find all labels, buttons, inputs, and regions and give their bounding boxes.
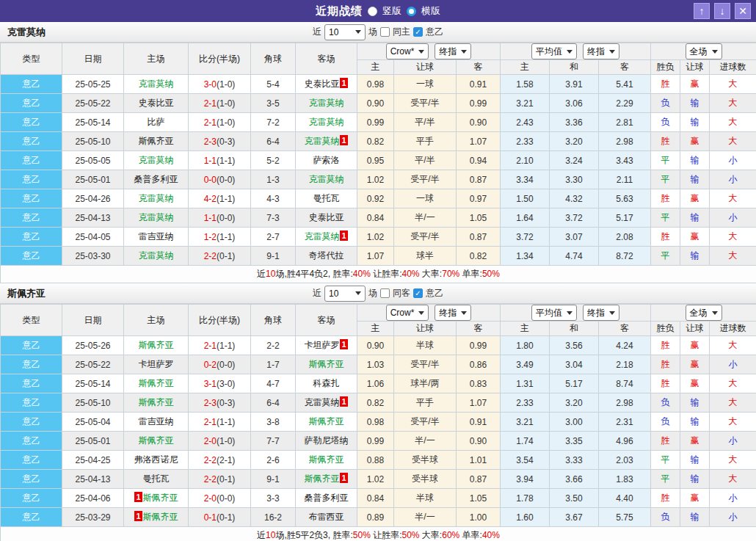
layout-vertical-label[interactable]: 竖版 <box>382 4 401 18</box>
team-link[interactable]: 斯佩齐亚 <box>139 378 174 388</box>
half-time-score: (1-0) <box>217 98 235 109</box>
team-link[interactable]: 卡坦萨罗 <box>304 340 339 350</box>
team-link[interactable]: 克雷莫纳 <box>309 117 344 127</box>
team-link[interactable]: 卡坦萨罗 <box>139 359 174 369</box>
team-link[interactable]: 奇塔代拉 <box>309 250 344 261</box>
column-header-5: 客场 <box>296 43 357 75</box>
handicap-cell: 平/半 <box>394 113 457 132</box>
avg-draw-cell: 4.32 <box>550 189 599 208</box>
layout-vertical-radio[interactable] <box>368 7 377 16</box>
team-link[interactable]: 布雷西亚 <box>309 512 344 522</box>
layout-horizontal-label[interactable]: 横版 <box>421 4 440 18</box>
league-cell: 意乙 <box>1 355 62 374</box>
team-link[interactable]: 史泰比亚 <box>309 212 344 222</box>
league-cell: 意乙 <box>1 508 62 527</box>
team-link[interactable]: 克雷莫纳 <box>139 250 174 261</box>
score-cell: 2-2(0-1) <box>189 470 251 489</box>
team-link[interactable]: 雷吉亚纳 <box>139 416 174 426</box>
team-link[interactable]: 曼托瓦 <box>143 473 170 484</box>
avg-draw-cell: 3.67 <box>550 508 599 527</box>
league-cell: 意乙 <box>1 470 62 489</box>
team-link[interactable]: 史泰比亚 <box>304 79 339 89</box>
half-time-score: (0-0) <box>217 360 235 370</box>
average-select[interactable]: 平均值 <box>531 305 577 321</box>
avg-draw-cell: 3.04 <box>550 355 599 374</box>
full-time-score: 2-0 <box>204 436 217 446</box>
result-cell: 平 <box>651 451 680 470</box>
table-row: 意乙25-04-05雷吉亚纳1-2(1-1)2-7克雷莫纳11.02受平/半0.… <box>1 228 756 247</box>
team-link[interactable]: 斯佩齐亚 <box>304 473 339 484</box>
team-link[interactable]: 萨索洛 <box>313 155 340 165</box>
team-link[interactable]: 克雷莫纳 <box>304 397 339 407</box>
team-link[interactable]: 斯佩齐亚 <box>143 493 178 503</box>
table-row: 意乙25-04-061斯佩齐亚2-0(0-0)3-3桑普多利亚0.84半球1.0… <box>1 489 756 508</box>
team-link[interactable]: 桑普多利亚 <box>305 493 349 503</box>
date-cell: 25-05-10 <box>62 393 124 413</box>
team-link[interactable]: 曼托瓦 <box>313 193 340 203</box>
avg-draw-cell: 3.35 <box>550 432 599 451</box>
team-link[interactable]: 克雷莫纳 <box>139 155 174 165</box>
table-row: 意乙25-05-14比萨2-1(1-0)7-2克雷莫纳0.99平/半0.902.… <box>1 113 756 132</box>
full-time-score: 2-1 <box>204 117 217 128</box>
team-link[interactable]: 斯佩齐亚 <box>139 340 174 350</box>
handicap-cell: 受平/半 <box>394 355 457 374</box>
average-select[interactable]: 平均值 <box>531 43 577 59</box>
recent-count-select[interactable]: 10 <box>324 24 366 40</box>
score-cell: 2-0(1-0) <box>189 432 251 451</box>
same-venue-checkbox[interactable] <box>380 27 390 37</box>
scope-select[interactable]: 全场 <box>686 43 722 59</box>
team-link[interactable]: 克雷莫纳 <box>304 136 339 146</box>
handicap-cell: 半球 <box>394 336 457 355</box>
bookmaker-select[interactable]: Crow* <box>386 43 429 59</box>
team-link[interactable]: 斯佩齐亚 <box>143 512 178 522</box>
home-odds-cell: 0.84 <box>357 489 394 508</box>
team-link[interactable]: 斯佩齐亚 <box>309 416 344 426</box>
date-cell: 25-04-13 <box>62 208 124 228</box>
team-link[interactable]: 斯佩齐亚 <box>309 454 344 465</box>
result-text: 大 <box>729 136 738 146</box>
team-link[interactable]: 萨勒尼塔纳 <box>305 435 349 446</box>
average-stage-select[interactable]: 终指 <box>583 43 619 59</box>
avg-away-cell: 2.03 <box>599 451 651 470</box>
team-link[interactable]: 桑普多利亚 <box>134 174 178 184</box>
close-button[interactable]: ✕ <box>735 3 751 19</box>
team-link[interactable]: 科森扎 <box>313 378 340 388</box>
table-row: 意乙25-05-04雷吉亚纳2-1(1-1)3-8斯佩齐亚0.98受平/半0.9… <box>1 413 756 432</box>
scope-select[interactable]: 全场 <box>686 305 722 321</box>
same-venue-checkbox[interactable] <box>380 288 390 298</box>
score-cell: 2-2(2-1) <box>189 451 251 470</box>
team-link[interactable]: 雷吉亚纳 <box>139 231 174 242</box>
layout-horizontal-radio[interactable] <box>407 7 416 16</box>
team-link[interactable]: 克雷莫纳 <box>139 79 174 89</box>
team-link[interactable]: 比萨 <box>148 117 165 127</box>
league-filter-checkbox[interactable]: ✓ <box>413 27 423 37</box>
odds-stage-select[interactable]: 终指 <box>435 305 471 321</box>
handicap-cell: 一球 <box>394 189 457 208</box>
full-time-score: 4-2 <box>204 194 217 204</box>
recent-count-select[interactable]: 10 <box>324 286 366 302</box>
team-link[interactable]: 克雷莫纳 <box>139 193 174 203</box>
odds-source-group: Crow*终指 <box>357 43 501 60</box>
result-cell: 负 <box>651 94 680 113</box>
team-link[interactable]: 史泰比亚 <box>139 98 174 108</box>
team-link[interactable]: 斯佩齐亚 <box>309 359 344 369</box>
team-link[interactable]: 斯佩齐亚 <box>139 397 174 407</box>
team-link[interactable]: 弗洛西诺尼 <box>134 454 178 465</box>
score-cell: 4-2(1-1) <box>189 189 251 208</box>
team-link[interactable]: 斯佩齐亚 <box>139 435 174 446</box>
move-up-button[interactable]: ↑ <box>694 3 710 19</box>
team-link[interactable]: 克雷莫纳 <box>304 231 339 242</box>
team-link[interactable]: 克雷莫纳 <box>309 98 344 108</box>
full-time-score: 3-1 <box>204 379 217 389</box>
league-filter-checkbox[interactable]: ✓ <box>413 288 423 298</box>
team-link[interactable]: 克雷莫纳 <box>139 212 174 222</box>
goals-result-cell: 大 <box>710 75 756 94</box>
bookmaker-select[interactable]: Crow* <box>386 305 429 321</box>
team-link[interactable]: 斯佩齐亚 <box>139 136 174 146</box>
average-stage-select[interactable]: 终指 <box>583 305 619 321</box>
summary-cell: 近10场,胜4平4负2, 胜率:40% 让胜率:40% 大率:70% 单率:50… <box>1 266 756 283</box>
odds-stage-select[interactable]: 终指 <box>435 43 471 59</box>
team-link[interactable]: 克雷莫纳 <box>309 174 344 184</box>
move-down-button[interactable]: ↓ <box>714 3 730 19</box>
avg-home-cell: 3.34 <box>501 170 550 189</box>
